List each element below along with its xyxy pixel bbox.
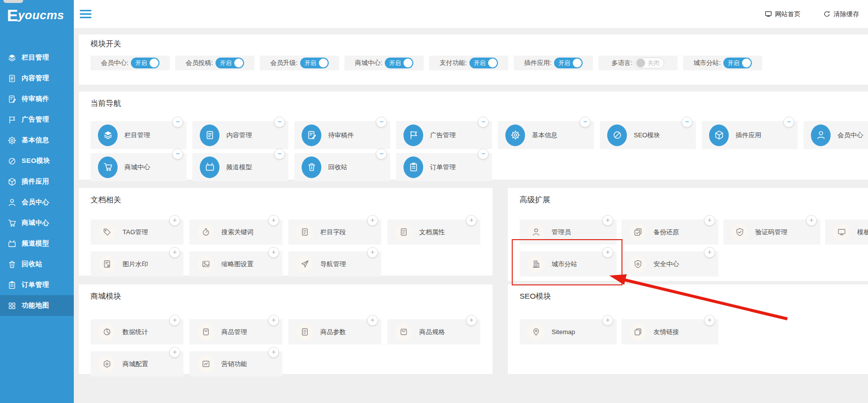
card-ad-manage[interactable]: 广告管理− — [396, 121, 492, 149]
card-image-watermark[interactable]: 图片水印+ — [91, 251, 184, 277]
menu-toggle-button[interactable] — [80, 10, 92, 18]
add-card-button[interactable]: + — [367, 315, 378, 326]
card-goods-params[interactable]: 商品参数+ — [288, 319, 381, 344]
card-mall-center[interactable]: 商城中心− — [91, 153, 186, 181]
remove-card-button[interactable]: − — [376, 117, 387, 127]
card-city-branch[interactable]: 城市分站+ — [520, 251, 617, 277]
add-card-button[interactable]: + — [169, 347, 180, 358]
add-card-button[interactable]: + — [268, 247, 279, 258]
card-column-manage[interactable]: 栏目管理− — [91, 121, 186, 149]
add-card-button[interactable]: + — [367, 247, 378, 258]
remove-card-button[interactable]: − — [376, 149, 387, 159]
sidebar-item-基本信息[interactable]: 基本信息 — [0, 130, 74, 151]
sidebar-item-会员中心[interactable]: 会员中心 — [0, 192, 74, 213]
toggle-switch-on[interactable]: 开启 — [554, 58, 583, 68]
toggle-label: 会员升级: — [270, 59, 298, 67]
card-recycle-bin[interactable]: 回收站− — [294, 153, 390, 181]
add-card-button[interactable]: + — [268, 347, 279, 358]
toggle-switch-on[interactable]: 开启 — [385, 58, 413, 68]
toggle-switch-on[interactable]: 开启 — [300, 58, 329, 68]
remove-card-button[interactable]: − — [274, 149, 285, 159]
add-card-button[interactable]: + — [466, 315, 477, 326]
card-administrator[interactable]: 管理员+ — [520, 219, 617, 245]
add-card-button[interactable]: + — [466, 215, 477, 226]
add-card-button[interactable]: + — [704, 247, 715, 258]
sidebar-item-频道模型[interactable]: 频道模型 — [0, 233, 74, 254]
card-channel-model[interactable]: 频道模型− — [192, 153, 288, 181]
sidebar-item-订单管理[interactable]: 订单管理 — [0, 275, 74, 295]
card-thumbnail-setting[interactable]: 缩略图设置+ — [189, 251, 282, 277]
clear-cache-link[interactable]: 清除缓存 — [823, 10, 859, 19]
sidebar-item-SEO模块[interactable]: SEO模块 — [0, 151, 74, 171]
toggle-switch-on[interactable]: 开启 — [216, 58, 244, 68]
remove-card-button[interactable]: − — [172, 117, 183, 127]
sidebar-item-广告管理[interactable]: 广告管理 — [0, 109, 74, 130]
card-mall-config[interactable]: 商城配置+ — [91, 351, 184, 376]
toggle-switch-on[interactable]: 开启 — [723, 58, 752, 68]
card-seo-module[interactable]: SEO模块− — [600, 121, 696, 149]
add-card-button[interactable]: + — [704, 215, 715, 226]
city-building-icon — [527, 255, 545, 273]
add-card-button[interactable]: + — [268, 215, 279, 226]
card-label: 待审稿件 — [328, 131, 354, 140]
card-security-center[interactable]: 安全中心+ — [621, 251, 718, 277]
sidebar-item-回收站[interactable]: 回收站 — [0, 254, 74, 275]
card-label: 管理员 — [552, 228, 571, 237]
sidebar-item-内容管理[interactable]: 内容管理 — [0, 68, 74, 89]
card-friendly-links[interactable]: 友情链接+ — [621, 319, 718, 344]
card-plugin-app[interactable]: 插件应用− — [702, 121, 798, 149]
remove-card-button[interactable]: − — [682, 117, 692, 127]
card-doc-attribute[interactable]: 文档属性+ — [387, 219, 480, 245]
document-icon — [200, 124, 219, 146]
card-content-manage[interactable]: 内容管理− — [192, 121, 288, 149]
toggle-knob — [636, 59, 645, 67]
site-home-link[interactable]: 网站首页 — [765, 10, 801, 19]
card-order-manage[interactable]: 订单管理− — [396, 153, 492, 181]
card-tag-manage[interactable]: TAG管理+ — [91, 219, 184, 245]
card-goods-manage[interactable]: 商品管理+ — [189, 319, 282, 344]
card-marketing[interactable]: 营销功能+ — [189, 351, 282, 376]
add-card-button[interactable]: + — [169, 315, 180, 326]
remove-card-button[interactable]: − — [274, 117, 285, 127]
sidebar-item-商城中心[interactable]: 商城中心 — [0, 213, 74, 233]
card-pending-review[interactable]: 待审稿件− — [294, 121, 390, 149]
card-search-keyword[interactable]: 搜索关键词+ — [189, 219, 282, 245]
sidebar-item-待审稿件[interactable]: 待审稿件 — [0, 89, 74, 109]
thumbnail-icon — [197, 255, 215, 273]
remove-card-button[interactable]: − — [783, 117, 794, 127]
remove-card-button[interactable]: − — [172, 149, 183, 159]
add-card-button[interactable]: + — [602, 215, 613, 226]
logo[interactable]: E youcms — [0, 0, 74, 31]
remove-card-button[interactable]: − — [580, 117, 590, 127]
add-card-button[interactable]: + — [169, 215, 180, 226]
add-card-button[interactable]: + — [602, 247, 613, 258]
add-card-button[interactable]: + — [806, 215, 817, 226]
add-card-button[interactable]: + — [704, 315, 715, 326]
add-card-button[interactable]: + — [367, 215, 378, 226]
card-column-field[interactable]: 栏目字段+ — [288, 219, 381, 245]
card-basic-info[interactable]: 基本信息− — [498, 121, 594, 149]
card-goods-specs[interactable]: 商品规格+ — [387, 319, 480, 344]
plugin-cube-icon — [709, 124, 729, 146]
card-backup-restore[interactable]: 备份还原+ — [621, 219, 718, 245]
toggle-switch-off[interactable]: 关闭 — [635, 58, 664, 68]
card-sitemap[interactable]: Sitemap+ — [520, 319, 617, 344]
sidebar-item-栏目管理[interactable]: 栏目管理 — [0, 47, 74, 68]
logo-letter: E — [7, 7, 18, 24]
remove-card-button[interactable]: − — [478, 149, 489, 159]
toggle-switch-on[interactable]: 开启 — [131, 58, 159, 68]
toggle-switch-on[interactable]: 开启 — [469, 58, 498, 68]
sidebar-item-功能地图[interactable]: 功能地图 — [0, 295, 74, 316]
add-card-button[interactable]: + — [268, 315, 279, 326]
card-member-center[interactable]: 会员中心− — [804, 121, 868, 149]
card-template-manage[interactable]: 模板管理+ — [825, 219, 868, 245]
sidebar-item-label: 基本信息 — [22, 136, 49, 145]
sidebar-item-插件应用[interactable]: 插件应用 — [0, 171, 74, 192]
remove-card-button[interactable]: − — [478, 117, 489, 127]
card-label: 商品参数 — [320, 328, 346, 337]
add-card-button[interactable]: + — [602, 315, 613, 326]
card-captcha-manage[interactable]: 验证码管理+ — [723, 219, 820, 245]
card-data-stats[interactable]: 数据统计+ — [91, 319, 184, 344]
card-nav-manage[interactable]: 导航管理+ — [288, 251, 381, 277]
add-card-button[interactable]: + — [169, 247, 180, 258]
